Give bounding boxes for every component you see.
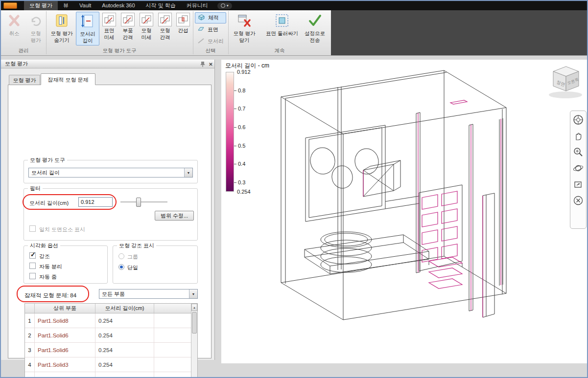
menu-tab-vault[interactable]: Vault bbox=[74, 1, 96, 10]
table-header-row: 상위 부품 모서리 길이(cm) bbox=[25, 304, 197, 313]
cancel-button[interactable]: 취소 bbox=[4, 12, 24, 45]
menu-tab-autodesk360[interactable]: Autodesk 360 bbox=[96, 1, 140, 10]
ribbon-group-label-tools: 모형 평가 도구 bbox=[46, 47, 193, 54]
ribbon-group-label-select: 선택 bbox=[193, 47, 228, 54]
chevron-down-icon: ▼ bbox=[184, 168, 192, 177]
column-header-parent-part[interactable]: 상위 부품 bbox=[35, 304, 95, 313]
hide-evaluation-button[interactable]: 모형 평가 숨기기 bbox=[48, 12, 75, 45]
titlebar-extra-menu[interactable]: ▾ bbox=[217, 2, 232, 9]
surface-fine-icon bbox=[102, 13, 116, 26]
scroll-up-icon[interactable]: ▲ bbox=[191, 304, 197, 311]
issues-table: 상위 부품 모서리 길이(cm) 1 Part1.Solid8 0.254 2 … bbox=[24, 303, 198, 378]
model-gap-icon bbox=[158, 13, 172, 26]
interference-button[interactable]: 간섭 bbox=[175, 12, 191, 45]
model-gap-button[interactable]: 모형 간격 bbox=[156, 12, 174, 45]
tab-model-evaluation[interactable]: 모형 평가 bbox=[9, 75, 40, 85]
panel-header[interactable]: 모형 평가 ✕ bbox=[1, 60, 214, 68]
select-edge-item[interactable]: 모서리 bbox=[195, 36, 226, 47]
scrollbar-thumb[interactable] bbox=[192, 312, 197, 334]
3d-viewport[interactable]: 모서리 길이 - cm 0.912 0.8 0.7 0.6 0.5 0.4 0.… bbox=[221, 60, 588, 363]
select-volume-item[interactable]: 체적 bbox=[195, 12, 226, 23]
group-radio-label: 그룹 bbox=[127, 253, 138, 261]
ribbon-group-label-continue: 계속 bbox=[228, 47, 331, 54]
filter-slider-thumb[interactable] bbox=[136, 198, 141, 207]
edge-length-label: 모서리 길이(cm) bbox=[29, 200, 69, 207]
ribbon-border bbox=[1, 55, 587, 56]
look-at-icon[interactable] bbox=[572, 178, 584, 190]
highlight-checkbox[interactable]: ✓ bbox=[29, 252, 36, 259]
auto-zoom-label: 자동 줌 bbox=[39, 273, 57, 281]
navigation-wheel-icon[interactable] bbox=[572, 114, 584, 126]
table-row[interactable]: 4 Part1.Solid3 0.254 bbox=[25, 357, 197, 372]
refresh-icon bbox=[28, 13, 43, 29]
modify-range-button[interactable]: 범위 수정... bbox=[155, 211, 194, 221]
menu-tab-model-evaluation[interactable]: 모형 평가 bbox=[24, 1, 58, 10]
menu-tab-community[interactable]: 커뮤니티 bbox=[181, 1, 213, 10]
single-radio[interactable] bbox=[118, 264, 124, 270]
wireframe-model[interactable] bbox=[221, 60, 588, 363]
filter-slider-track[interactable] bbox=[120, 201, 167, 203]
groupbox-visualization: 시각화 옵션 bbox=[24, 245, 108, 284]
auto-zoom-checkbox[interactable] bbox=[29, 273, 36, 279]
close-evaluation-icon bbox=[237, 13, 252, 29]
titlebar: 모형 평가 뷰 Vault Autodesk 360 시작 및 학습 커뮤니티 … bbox=[1, 1, 587, 10]
tab-potential-issues[interactable]: 잠재적 모형 문제 bbox=[41, 73, 95, 85]
close-panel-icon[interactable]: ✕ bbox=[207, 61, 214, 67]
select-surface-item[interactable]: 표면 bbox=[195, 24, 226, 35]
edge-length-input[interactable] bbox=[78, 197, 113, 207]
hide-evaluation-icon bbox=[54, 13, 69, 29]
edge-length-icon bbox=[80, 13, 95, 30]
send-to-settings-icon bbox=[307, 13, 323, 29]
edge-icon bbox=[197, 37, 205, 45]
surface-icon bbox=[197, 25, 205, 34]
application-window: 모형 평가 뷰 Vault Autodesk 360 시작 및 학습 커뮤니티 … bbox=[0, 0, 588, 378]
chevron-down-icon: ▼ bbox=[189, 289, 197, 298]
table-row[interactable]: 5 Part1.Solid6 0.254 bbox=[25, 372, 197, 378]
highlight-label: 강조 bbox=[39, 253, 50, 260]
surface-wrap-icon bbox=[274, 13, 290, 29]
menu-tab-getting-started[interactable]: 시작 및 학습 bbox=[141, 1, 181, 10]
cancel-icon bbox=[7, 13, 22, 29]
volume-icon bbox=[198, 14, 205, 22]
column-header-edge-length[interactable]: 모서리 길이(cm) bbox=[95, 304, 154, 313]
surface-wrap-button[interactable]: 표면 둘러싸기 bbox=[264, 12, 300, 45]
part-gap-icon bbox=[121, 13, 135, 26]
model-fine-icon bbox=[140, 13, 153, 26]
model-evaluation-button[interactable]: 모형 평가 bbox=[25, 12, 46, 45]
edge-length-button[interactable]: 모서리 길이 bbox=[76, 12, 99, 45]
send-to-settings-button[interactable]: 설정으로 전송 bbox=[302, 12, 328, 45]
interference-icon bbox=[176, 13, 190, 26]
table-row[interactable]: 2 Part1.Solid6 0.254 bbox=[25, 328, 197, 343]
menu-tabs: 모형 평가 뷰 Vault Autodesk 360 시작 및 학습 커뮤니티 bbox=[24, 1, 213, 10]
group-radio[interactable] bbox=[118, 253, 124, 259]
surface-fine-button[interactable]: 표면 미세 bbox=[100, 12, 118, 45]
table-row[interactable]: 1 Part1.Solid8 0.254 bbox=[25, 313, 197, 328]
viewcube[interactable]: 정면 오른쪽 bbox=[543, 63, 588, 101]
panel-title: 모형 평가 bbox=[5, 60, 28, 67]
table-scrollbar[interactable]: ▲ ▼ bbox=[191, 304, 197, 378]
navigation-bar bbox=[570, 111, 587, 229]
evaluation-tool-dropdown[interactable]: 모서리 길이 ▼ bbox=[28, 168, 193, 178]
match-geometry-label: 일치 도면요소 표시 bbox=[39, 226, 85, 233]
issue-count-label: 잠재적 모형 문제: 84 bbox=[24, 292, 76, 299]
orbit-icon[interactable] bbox=[572, 162, 584, 174]
ribbon-empty-area bbox=[331, 10, 588, 55]
ribbon-group-label-manage: 관리 bbox=[1, 47, 46, 54]
close-navbar-icon[interactable] bbox=[572, 195, 584, 206]
app-logo-icon[interactable] bbox=[3, 2, 17, 9]
menu-tab-view[interactable]: 뷰 bbox=[58, 1, 74, 10]
model-fine-button[interactable]: 모형 미세 bbox=[138, 12, 155, 45]
pin-icon[interactable] bbox=[199, 61, 206, 67]
single-radio-label: 단일 bbox=[127, 264, 138, 271]
close-evaluation-button[interactable]: 모형 평가 닫기 bbox=[230, 12, 259, 45]
auto-isolate-checkbox[interactable] bbox=[29, 263, 36, 269]
auto-isolate-label: 자동 분리 bbox=[39, 263, 62, 270]
table-row[interactable]: 3 Part1.Solid6 0.254 bbox=[25, 343, 197, 357]
part-gap-button[interactable]: 부품 간격 bbox=[119, 12, 137, 45]
groupbox-highlight-mode: 모형 강조 표시 bbox=[113, 245, 198, 284]
zoom-icon[interactable] bbox=[572, 146, 584, 158]
chevron-down-icon: ▾ bbox=[227, 3, 229, 8]
match-geometry-checkbox[interactable] bbox=[29, 225, 36, 232]
pan-hand-icon[interactable] bbox=[572, 130, 584, 142]
parts-filter-dropdown[interactable]: 모든 부품 ▼ bbox=[99, 289, 198, 299]
